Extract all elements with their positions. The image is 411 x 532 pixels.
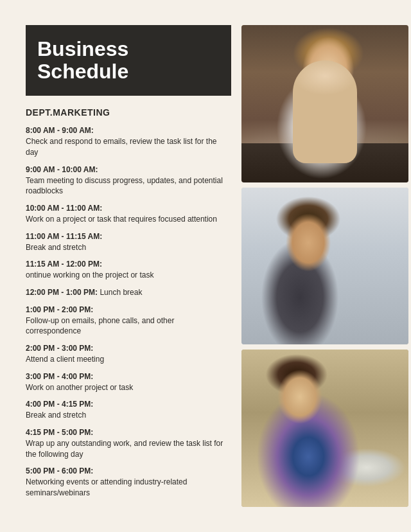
schedule-desc: Work on a project or task that requires … [26, 214, 231, 225]
schedule-desc: Networking events or attending industry-… [26, 477, 231, 499]
schedule-time: 11:00 AM - 11:15 AM: [26, 232, 102, 241]
schedule-item: 11:00 AM - 11:15 AM:Break and stretch [26, 231, 231, 253]
photo-overlay-3 [241, 350, 408, 507]
header-box: Business Schedule [26, 25, 231, 96]
schedule-time: 4:00 PM - 4:15 PM: [26, 400, 93, 409]
schedule-item: 9:00 AM - 10:00 AM:Team meeting to discu… [26, 164, 231, 197]
right-panel [241, 25, 408, 507]
header-title: Business Schedule [37, 38, 220, 83]
schedule-time: 1:00 PM - 2:00 PM: [26, 305, 93, 314]
schedule-item: 3:00 PM - 4:00 PM:Work on another projec… [26, 371, 231, 393]
schedule-desc: Break and stretch [26, 242, 231, 253]
schedule-desc: ontinue working on the project or task [26, 270, 231, 281]
schedule-time: 2:00 PM - 3:00 PM: [26, 344, 93, 353]
schedule-time: 12:00 PM - 1:00 PM: [26, 288, 98, 297]
schedule-item: 10:00 AM - 11:00 AM:Work on a project or… [26, 203, 231, 225]
schedule-item: 12:00 PM - 1:00 PM: Lunch break [26, 287, 231, 298]
schedule-list: 8:00 AM - 9:00 AM:Check and respond to e… [26, 125, 231, 498]
schedule-desc: Break and stretch [26, 410, 231, 421]
page: Business Schedule DEPT.MARKETING 8:00 AM… [13, 12, 398, 520]
schedule-time: 4:15 PM - 5:00 PM: [26, 428, 93, 437]
schedule-time: 3:00 PM - 4:00 PM: [26, 372, 93, 381]
photo-woman-at-laptop [241, 25, 408, 182]
schedule-desc: Follow-up on emails, phone calls, and ot… [26, 315, 231, 337]
schedule-time: 8:00 AM - 9:00 AM: [26, 126, 94, 135]
schedule-desc: Lunch break [100, 288, 142, 297]
schedule-time: 10:00 AM - 11:00 AM: [26, 204, 102, 213]
schedule-item: 4:15 PM - 5:00 PM:Wrap up any outstandin… [26, 427, 231, 459]
photo-woman-typing [241, 350, 408, 507]
schedule-time: 9:00 AM - 10:00 AM: [26, 165, 98, 174]
schedule-item: 4:00 PM - 4:15 PM:Break and stretch [26, 399, 231, 421]
schedule-time: 11:15 AM - 12:00 PM: [26, 260, 102, 269]
left-panel: Business Schedule DEPT.MARKETING 8:00 AM… [26, 25, 231, 507]
schedule-desc: Team meeting to discuss progress, update… [26, 175, 231, 197]
schedule-desc: Check and respond to emails, review the … [26, 136, 231, 158]
schedule-item: 2:00 PM - 3:00 PM:Attend a client meetin… [26, 343, 231, 365]
photo-woman-presenting [241, 188, 408, 345]
schedule-desc: Work on another project or task [26, 382, 231, 393]
schedule-item: 8:00 AM - 9:00 AM:Check and respond to e… [26, 125, 231, 157]
photo-overlay-2 [241, 188, 408, 345]
dept-label: DEPT.MARKETING [26, 107, 231, 118]
schedule-time: 5:00 PM - 6:00 PM: [26, 466, 93, 475]
schedule-desc: Wrap up any outstanding work, and review… [26, 438, 231, 460]
schedule-item: 5:00 PM - 6:00 PM:Networking events or a… [26, 466, 231, 498]
schedule-item: 11:15 AM - 12:00 PM:ontinue working on t… [26, 259, 231, 281]
schedule-item: 1:00 PM - 2:00 PM:Follow-up on emails, p… [26, 305, 231, 337]
photo-overlay-1 [241, 25, 408, 182]
schedule-desc: Attend a client meeting [26, 354, 231, 365]
